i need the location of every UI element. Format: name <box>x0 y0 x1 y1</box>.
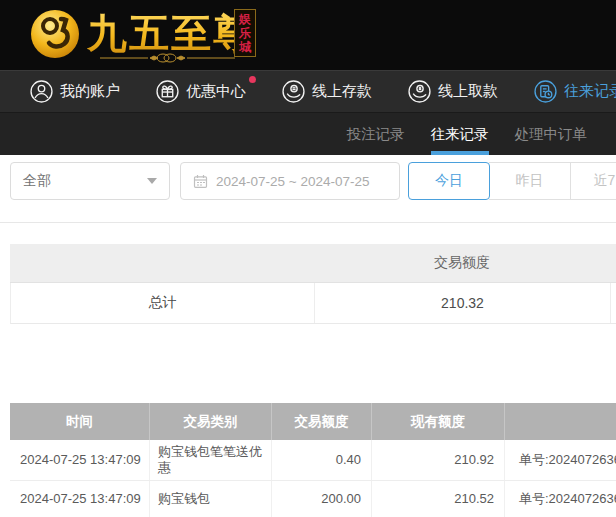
date-range-value: 2024-07-25 ~ 2024-07-25 <box>216 174 370 189</box>
nav-label: 往来记录 <box>564 82 616 101</box>
summary-total-row: 总计 210.32 <box>10 283 616 324</box>
gift-icon <box>156 80 179 103</box>
summary-header-blank <box>610 244 616 282</box>
summary-total-amount: 210.32 <box>315 283 611 323</box>
cell-amount: 0.40 <box>272 440 372 480</box>
nav-item-promotions[interactable]: 优惠中心 <box>156 80 246 103</box>
col-header-balance: 现有额度 <box>372 403 505 440</box>
col-header-time: 时间 <box>10 403 150 440</box>
nav-label: 线上存款 <box>312 82 372 101</box>
user-icon <box>30 80 53 103</box>
tab-label: 处理中订单 <box>515 125 588 144</box>
brand-logo-icon <box>30 9 80 59</box>
summary-header-blank <box>10 244 314 282</box>
table-row: 2024-07-25 13:47:09 购宝钱包笔笔送优惠 0.40 210.9… <box>10 440 616 481</box>
cell-balance: 210.92 <box>372 440 505 480</box>
deposit-icon <box>282 80 305 103</box>
type-filter-select[interactable]: 全部 <box>10 162 170 200</box>
calendar-icon <box>193 174 208 189</box>
chevron-down-icon <box>147 178 157 184</box>
tab-betting-records[interactable]: 投注记录 <box>347 113 405 155</box>
cell-time: 2024-07-25 13:47:09 <box>10 481 150 517</box>
quick-range-group: 昨日 近7日 <box>489 162 616 200</box>
notification-dot <box>249 76 256 83</box>
cell-category: 购宝钱包 <box>150 481 272 517</box>
cell-time: 2024-07-25 13:47:09 <box>10 440 150 480</box>
col-header-category: 交易类别 <box>150 403 272 440</box>
nav-item-transactions[interactable]: 往来记录 <box>534 80 616 103</box>
col-header-amount: 交易额度 <box>272 403 372 440</box>
nav-item-deposit[interactable]: 线上存款 <box>282 80 372 103</box>
quick-range-7days-button[interactable]: 近7日 <box>571 162 616 200</box>
tab-processing-orders[interactable]: 处理中订单 <box>515 113 588 155</box>
records-header-row: 时间 交易类别 交易额度 现有额度 <box>10 403 616 440</box>
transaction-records-page: 九五至尊 娱乐城 我的账户 优惠中 <box>0 0 616 517</box>
col-header-remark <box>505 403 616 440</box>
button-label: 昨日 <box>516 172 544 190</box>
summary-header-amount: 交易额度 <box>314 244 610 282</box>
cell-balance: 210.52 <box>372 481 505 517</box>
section-divider <box>0 222 616 223</box>
tab-label: 投注记录 <box>347 125 405 144</box>
records-tabs: 投注记录 往来记录 处理中订单 <box>0 112 616 155</box>
cell-order-no: 单号:2024072636 <box>505 440 616 480</box>
records-icon <box>534 80 557 103</box>
summary-total-label: 总计 <box>11 283 315 323</box>
nav-label: 我的账户 <box>60 82 120 101</box>
tab-label: 往来记录 <box>431 125 489 144</box>
cell-category: 购宝钱包笔笔送优惠 <box>150 440 272 480</box>
withdraw-icon <box>408 80 431 103</box>
date-range-input[interactable]: 2024-07-25 ~ 2024-07-25 <box>180 162 400 200</box>
cell-order-no: 单号:2024072636 <box>505 481 616 517</box>
tab-transaction-records[interactable]: 往来记录 <box>431 113 489 155</box>
button-label: 今日 <box>435 172 463 190</box>
brand-flourish <box>100 52 235 64</box>
button-label: 近7日 <box>594 172 616 190</box>
nav-item-withdraw[interactable]: 线上取款 <box>408 80 498 103</box>
records-table: 时间 交易类别 交易额度 现有额度 2024-07-25 13:47:09 购宝… <box>10 403 616 517</box>
summary-header-row: 交易额度 <box>10 244 616 283</box>
summary-table: 交易额度 总计 210.32 <box>10 244 616 324</box>
nav-label: 线上取款 <box>438 82 498 101</box>
brand-header: 九五至尊 娱乐城 <box>0 0 616 70</box>
summary-cell-blank <box>611 283 616 323</box>
nav-item-my-account[interactable]: 我的账户 <box>30 80 120 103</box>
cell-amount: 200.00 <box>272 481 372 517</box>
quick-range-today-button[interactable]: 今日 <box>408 162 490 200</box>
type-filter-value: 全部 <box>23 172 51 190</box>
nav-label: 优惠中心 <box>186 82 246 101</box>
main-nav: 我的账户 优惠中心 线上存款 线上取款 <box>0 70 616 112</box>
brand-tagline: 娱乐城 <box>234 9 256 57</box>
quick-range-yesterday-button[interactable]: 昨日 <box>489 162 571 200</box>
table-row: 2024-07-25 13:47:09 购宝钱包 200.00 210.52 单… <box>10 481 616 517</box>
